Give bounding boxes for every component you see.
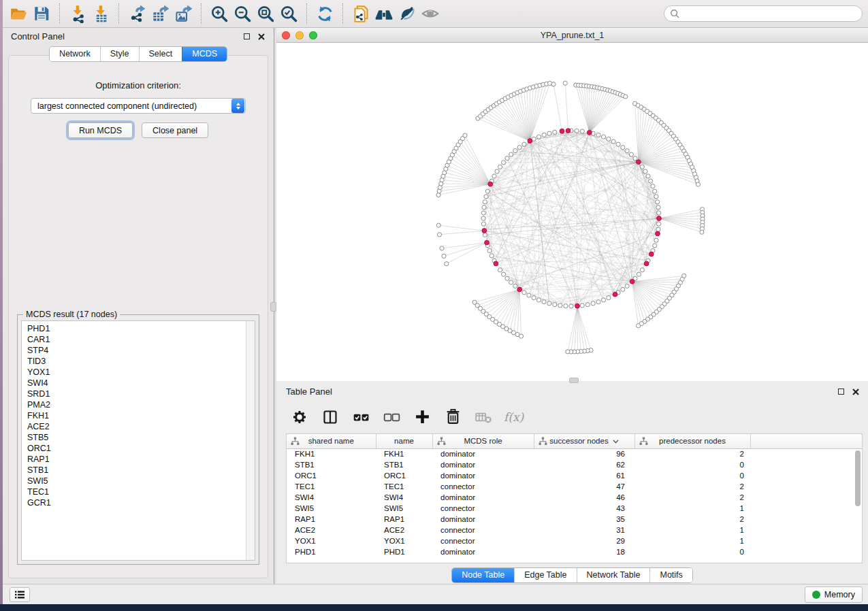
graph-node[interactable] (482, 205, 486, 210)
table-cell[interactable]: YOX1 (287, 535, 376, 546)
graph-node[interactable] (585, 303, 590, 307)
mcds-result-item[interactable]: STP4 (27, 345, 246, 356)
table-cell[interactable]: ACE2 (287, 525, 376, 535)
graph-node[interactable] (481, 222, 485, 226)
graph-node[interactable] (498, 268, 502, 272)
graph-node-mcds[interactable] (656, 231, 660, 236)
graph-node-mcds[interactable] (587, 130, 592, 135)
tab-node-table[interactable]: Node Table (452, 568, 514, 582)
graph-node-mcds[interactable] (630, 279, 634, 284)
graph-node[interactable] (536, 298, 541, 302)
table-cell[interactable] (750, 459, 862, 470)
graph-edge[interactable] (440, 231, 485, 235)
zoom-fit-button[interactable] (254, 2, 277, 25)
graph-node[interactable] (505, 156, 509, 161)
graph-node[interactable] (553, 303, 557, 307)
table-cell[interactable]: SWI5 (376, 503, 432, 514)
graph-edge[interactable] (452, 155, 490, 184)
table-cell[interactable] (750, 470, 862, 481)
graph-edge[interactable] (438, 225, 484, 231)
mcds-result-item[interactable]: ACE2 (27, 421, 246, 432)
graph-edge[interactable] (632, 276, 684, 281)
graph-node[interactable] (472, 300, 477, 304)
graph-node[interactable] (513, 284, 517, 288)
control-panel-float-button[interactable] (241, 31, 252, 42)
column-header-predecessor-nodes[interactable]: predecessor nodes (634, 434, 750, 448)
table-row[interactable]: TEC1TEC1connector472 (287, 481, 862, 492)
graph-edge[interactable] (483, 289, 519, 311)
graph-node[interactable] (637, 272, 641, 276)
table-cell[interactable]: 0 (634, 546, 750, 557)
hide-graphics-button[interactable] (396, 2, 419, 25)
graph-node[interactable] (483, 233, 487, 237)
graph-node[interactable] (536, 135, 541, 139)
graph-node[interactable] (463, 133, 467, 137)
graph-edge[interactable] (639, 125, 664, 162)
table-cell[interactable]: 1 (634, 525, 750, 535)
table-cell[interactable]: 18 (534, 546, 634, 557)
mcds-result-item[interactable]: PHD1 (27, 323, 246, 334)
table-cell[interactable] (750, 503, 862, 514)
table-scrollbar[interactable] (853, 449, 861, 561)
panel-divider-horizontal[interactable] (276, 381, 868, 383)
table-panel-close-button[interactable] (850, 386, 861, 397)
graph-node[interactable] (637, 324, 641, 328)
graph-node[interactable] (542, 300, 546, 304)
graph-node[interactable] (654, 238, 658, 242)
graph-edge[interactable] (485, 141, 530, 202)
graph-edge[interactable] (632, 282, 642, 324)
zoom-selected-button[interactable] (277, 2, 300, 25)
tab-edge-table[interactable]: Edge Table (514, 568, 576, 582)
column-header-shared-name[interactable]: shared name (287, 434, 376, 448)
table-row[interactable]: PHD1PHD1dominator180 (287, 546, 862, 557)
graph-edge[interactable] (530, 84, 546, 141)
graph-node[interactable] (643, 169, 647, 174)
open-file-button[interactable] (7, 2, 30, 25)
import-network-button[interactable] (66, 2, 89, 25)
table-cell[interactable]: 2 (634, 448, 750, 459)
select-all-button[interactable] (349, 405, 373, 429)
graph-edge[interactable] (577, 131, 577, 306)
graph-node[interactable] (653, 244, 657, 248)
table-cell[interactable]: ORC1 (376, 470, 432, 481)
graph-node[interactable] (621, 287, 625, 291)
graph-node-mcds[interactable] (528, 139, 532, 144)
table-cell[interactable]: 43 (534, 503, 634, 514)
graph-edge[interactable] (659, 212, 703, 218)
table-cell[interactable]: 0 (634, 459, 750, 470)
graph-edge[interactable] (577, 306, 591, 350)
graph-edge[interactable] (577, 306, 578, 352)
graph-node[interactable] (621, 146, 625, 150)
graph-node[interactable] (485, 189, 489, 193)
graph-node[interactable] (646, 174, 650, 178)
table-cell[interactable]: 35 (534, 514, 634, 525)
graph-node[interactable] (498, 165, 502, 169)
network-canvas[interactable] (276, 43, 868, 381)
graph-edge[interactable] (458, 145, 490, 184)
deselect-all-button[interactable] (379, 405, 404, 429)
table-cell[interactable]: FKH1 (287, 448, 376, 459)
zoom-in-button[interactable] (208, 2, 231, 25)
graph-node[interactable] (657, 211, 661, 215)
tab-mcds[interactable]: MCDS (182, 47, 227, 61)
graph-node-mcds[interactable] (485, 240, 489, 245)
graph-node[interactable] (656, 205, 660, 210)
graph-node[interactable] (569, 304, 573, 308)
mcds-result-item[interactable]: YOX1 (27, 367, 246, 378)
graph-node[interactable] (696, 182, 700, 186)
table-cell[interactable]: dominator (432, 492, 534, 503)
graph-node[interactable] (564, 304, 568, 308)
graph-node-mcds[interactable] (575, 303, 580, 308)
mcds-result-item[interactable]: SRD1 (27, 389, 246, 399)
search-network-button[interactable] (372, 2, 396, 25)
table-cell[interactable]: dominator (432, 470, 534, 481)
graph-node[interactable] (487, 248, 492, 252)
divider-grip-icon[interactable] (270, 302, 276, 312)
table-cell[interactable]: 96 (534, 448, 634, 459)
graph-node[interactable] (484, 195, 488, 199)
column-header-name[interactable]: name (376, 434, 432, 448)
export-table-button[interactable] (148, 2, 172, 25)
graph-node[interactable] (513, 149, 517, 153)
graph-node[interactable] (445, 262, 449, 266)
graph-node[interactable] (502, 161, 506, 165)
